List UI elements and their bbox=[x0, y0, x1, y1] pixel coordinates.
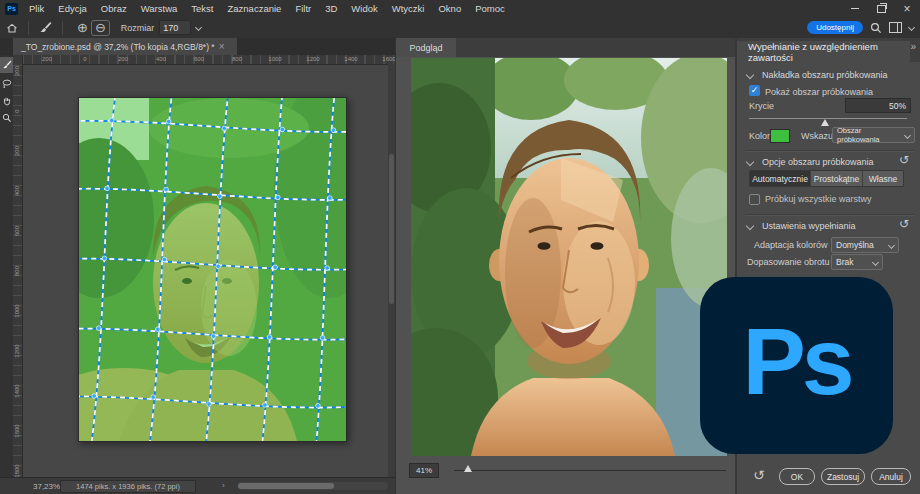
menu-okno[interactable]: Okno bbox=[431, 3, 468, 14]
preview-tab[interactable]: Podgląd bbox=[396, 38, 456, 57]
minimize-icon bbox=[851, 8, 859, 9]
ruler-label: 1600 bbox=[14, 423, 20, 439]
restore-button[interactable] bbox=[868, 0, 894, 17]
status-arrow-icon[interactable]: › bbox=[222, 481, 225, 490]
chevron-down-icon[interactable] bbox=[195, 24, 202, 31]
canvas-area: 200 0 200 400 600 800 1000 1200 1400 160… bbox=[13, 55, 395, 478]
opacity-label: Krycie bbox=[749, 101, 774, 111]
ruler-label: 400 bbox=[156, 56, 166, 62]
hand-icon bbox=[2, 96, 12, 106]
ruler-label: 1400 bbox=[14, 383, 20, 399]
size-label: Rozmiar bbox=[121, 23, 155, 33]
panel-tab[interactable]: Wypełnianie z uwzględnieniem zawartości bbox=[737, 41, 910, 62]
chevron-down-icon bbox=[746, 158, 754, 166]
ruler-label: 1200 bbox=[306, 56, 319, 62]
ok-button[interactable]: OK bbox=[779, 468, 815, 485]
brush-tool-button[interactable] bbox=[0, 57, 13, 73]
mode-custom-button[interactable]: Własne bbox=[863, 171, 903, 186]
preview-image[interactable] bbox=[411, 58, 727, 456]
vertical-scrollbar[interactable] bbox=[388, 64, 395, 478]
menu-3d[interactable]: 3D bbox=[318, 3, 344, 14]
zoom-tool-button[interactable] bbox=[0, 110, 13, 126]
mode-rectangular-button[interactable]: Prostokątne bbox=[811, 171, 863, 186]
menubar: Ps Plik Edycja Obraz Warstwa Tekst Zazna… bbox=[0, 0, 920, 18]
color-adaptation-dropdown[interactable]: Domyślna bbox=[831, 237, 899, 253]
lasso-tool-button[interactable] bbox=[0, 76, 13, 92]
ruler-label: 400 bbox=[14, 183, 20, 199]
color-label: Kolor bbox=[749, 131, 770, 141]
menu-warstwa[interactable]: Warstwa bbox=[134, 3, 185, 14]
ruler-label: 1400 bbox=[344, 56, 357, 62]
rotation-adaptation-dropdown[interactable]: Brak bbox=[831, 254, 883, 270]
zoom-level[interactable]: 37,23% bbox=[33, 482, 60, 491]
menu-zaznaczanie[interactable]: Zaznaczanie bbox=[221, 3, 289, 14]
reset-all-icon[interactable]: ↺ bbox=[753, 469, 765, 481]
close-icon: × bbox=[903, 4, 910, 14]
subtract-from-selection-button[interactable]: ⊖ bbox=[91, 20, 110, 36]
brush-tool-preset-button[interactable] bbox=[39, 21, 52, 34]
close-tab-icon[interactable]: × bbox=[219, 41, 225, 52]
chevron-down-icon bbox=[888, 241, 895, 248]
show-sampling-area-label: Pokaż obszar próbkowania bbox=[765, 87, 873, 97]
menu-wtyczki[interactable]: Wtyczki bbox=[385, 3, 432, 14]
hand-tool-button[interactable] bbox=[0, 93, 13, 109]
opacity-value[interactable]: 50% bbox=[845, 98, 911, 113]
overlay-color-swatch[interactable] bbox=[770, 129, 790, 143]
home-button[interactable] bbox=[6, 22, 18, 34]
document-title: _TO_zrobione.psd @ 37,2% (Tło kopia 4,RG… bbox=[21, 42, 215, 52]
horizontal-scrollbar[interactable] bbox=[238, 482, 388, 490]
canvas-image[interactable] bbox=[78, 97, 347, 442]
restore-icon bbox=[877, 5, 886, 13]
photoshop-logo-text: Ps bbox=[742, 314, 850, 409]
ruler-label: 200 bbox=[118, 56, 128, 62]
preview-zoom-value[interactable]: 41% bbox=[409, 463, 439, 478]
chevron-down-icon[interactable] bbox=[908, 24, 915, 31]
menu-edycja[interactable]: Edycja bbox=[51, 3, 94, 14]
chevron-down-icon bbox=[746, 222, 754, 230]
menu-tekst[interactable]: Tekst bbox=[184, 3, 220, 14]
scrollbar-thumb[interactable] bbox=[389, 154, 394, 304]
menu-plik[interactable]: Plik bbox=[22, 3, 51, 14]
workspace-icon[interactable] bbox=[889, 22, 902, 33]
preview-zoom-slider-handle[interactable] bbox=[464, 465, 472, 472]
add-to-selection-button[interactable]: ⊕ bbox=[77, 21, 88, 34]
ruler-label: 200 bbox=[14, 63, 20, 79]
menu-widok[interactable]: Widok bbox=[344, 3, 384, 14]
divider bbox=[745, 214, 914, 216]
reset-fill-icon[interactable]: ↺ bbox=[899, 218, 909, 230]
scrollbar-thumb[interactable] bbox=[238, 483, 334, 489]
overlay-section-title: Nakładka obszaru próbkowania bbox=[762, 70, 888, 80]
ruler-label: 200 bbox=[14, 143, 20, 159]
share-button[interactable]: Udostępnij bbox=[807, 21, 863, 34]
ruler-label: 1200 bbox=[14, 343, 20, 359]
apply-button[interactable]: Zastosuj bbox=[821, 468, 865, 485]
ruler-label: 200 bbox=[42, 56, 52, 62]
sampling-section-header[interactable]: Opcje obszaru próbkowania bbox=[747, 157, 874, 167]
fill-section-header[interactable]: Ustawienia wypełniania bbox=[747, 221, 856, 231]
rotation-adaptation-value: Brak bbox=[836, 257, 853, 267]
color-adaptation-label: Adaptacja kolorów bbox=[754, 240, 828, 250]
sample-all-layers-checkbox[interactable] bbox=[749, 194, 760, 205]
lasso-icon bbox=[2, 79, 12, 89]
close-button[interactable]: × bbox=[894, 0, 920, 17]
opacity-slider-handle[interactable] bbox=[821, 119, 829, 126]
brush-size-input[interactable]: 170 bbox=[159, 20, 191, 35]
reset-sampling-icon[interactable]: ↺ bbox=[899, 154, 909, 166]
search-icon[interactable] bbox=[870, 22, 882, 34]
horizontal-ruler: 200 0 200 400 600 800 1000 1200 1400 160… bbox=[13, 55, 395, 65]
ruler-label: 0 bbox=[83, 56, 86, 62]
cancel-button[interactable]: Anuluj bbox=[871, 468, 911, 485]
menu-filtr[interactable]: Filtr bbox=[288, 3, 318, 14]
menu-obraz[interactable]: Obraz bbox=[94, 3, 134, 14]
sample-all-layers-label: Próbkuj wszystkie warstwy bbox=[765, 194, 872, 204]
show-sampling-area-checkbox[interactable]: ✓ bbox=[749, 85, 760, 96]
preview-zoom-slider[interactable] bbox=[454, 470, 726, 471]
minimize-button[interactable] bbox=[842, 0, 868, 17]
menu-pomoc[interactable]: Pomoc bbox=[468, 3, 512, 14]
mode-auto-button[interactable]: Automatycznie bbox=[750, 171, 811, 186]
home-icon bbox=[6, 22, 18, 34]
indicates-dropdown[interactable]: Obszar próbkowania bbox=[832, 127, 915, 143]
overlay-section-header[interactable]: Nakładka obszaru próbkowania bbox=[747, 70, 888, 80]
panel-menu-icon[interactable]: » bbox=[910, 41, 916, 52]
document-tab[interactable]: _TO_zrobione.psd @ 37,2% (Tło kopia 4,RG… bbox=[13, 38, 237, 55]
